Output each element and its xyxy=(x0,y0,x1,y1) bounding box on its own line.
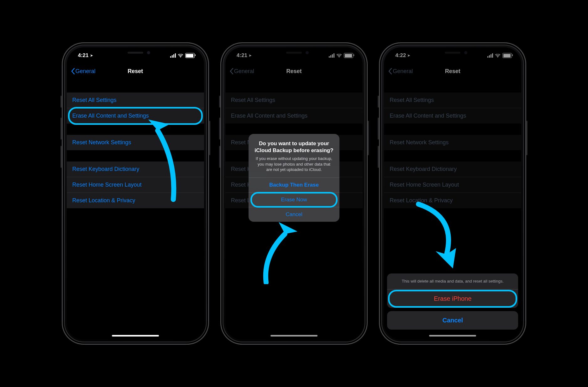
phone-2: 4:21➤ General Reset Reset All Settings E… xyxy=(220,42,368,345)
chevron-left-icon xyxy=(71,68,75,74)
sheet-message: This will delete all media and data, and… xyxy=(387,273,518,289)
sheet-erase-iphone-button[interactable]: Erase iPhone xyxy=(387,289,518,308)
wifi-icon xyxy=(178,53,183,58)
alert-erase-now-button[interactable]: Erase Now xyxy=(249,192,339,207)
phone-1: 4:21➤ General Reset Reset All Settings E… xyxy=(62,42,209,345)
cellular-icon xyxy=(170,53,176,58)
back-label: General xyxy=(76,68,96,75)
cell-reset-home-screen[interactable]: Reset Home Screen Layout xyxy=(67,177,204,193)
cell-reset-keyboard[interactable]: Reset Keyboard Dictionary xyxy=(67,162,204,177)
battery-icon xyxy=(185,53,195,58)
cell-reset-network[interactable]: Reset Network Settings xyxy=(67,135,204,150)
back-button[interactable]: General xyxy=(71,68,96,75)
nav-bar: General Reset xyxy=(67,64,204,79)
alert-cancel-button[interactable]: Cancel xyxy=(249,207,339,222)
alert-backup-then-erase-button[interactable]: Backup Then Erase xyxy=(249,178,339,192)
status-time: 4:21 xyxy=(78,52,89,59)
cell-erase-all-content[interactable]: Erase All Content and Settings xyxy=(67,108,204,124)
cell-reset-location-privacy[interactable]: Reset Location & Privacy xyxy=(67,193,204,208)
action-sheet: This will delete all media and data, and… xyxy=(387,273,518,330)
home-indicator[interactable] xyxy=(112,335,159,337)
sheet-cancel-button[interactable]: Cancel xyxy=(387,311,518,330)
notch xyxy=(102,47,168,58)
cell-reset-all-settings[interactable]: Reset All Settings xyxy=(67,93,204,108)
location-arrow-icon: ➤ xyxy=(90,53,93,58)
alert-body: If you erase without updating your backu… xyxy=(254,156,334,172)
alert-dialog: Do you want to update your iCloud Backup… xyxy=(249,134,339,222)
phone-3: 4:22➤ General Reset Reset All Settings E… xyxy=(379,42,526,345)
alert-title: Do you want to update your iCloud Backup… xyxy=(254,140,334,154)
